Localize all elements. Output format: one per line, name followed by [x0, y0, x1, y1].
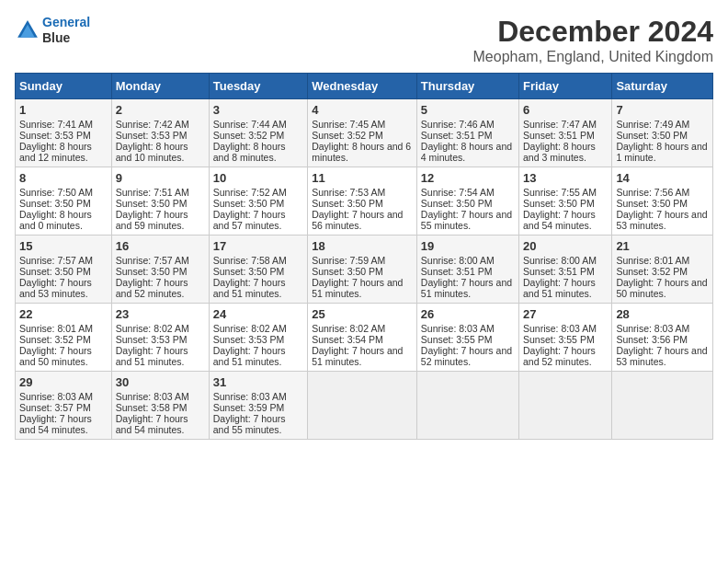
sunset-text: Sunset: 3:50 PM	[116, 198, 205, 209]
sunset-text: Sunset: 3:50 PM	[616, 130, 709, 141]
daylight-text: Daylight: 7 hours and 51 minutes.	[213, 345, 303, 367]
sunset-text: Sunset: 3:55 PM	[421, 334, 515, 345]
calendar-cell: 13Sunrise: 7:55 AMSunset: 3:50 PMDayligh…	[519, 167, 612, 236]
calendar-cell: 30Sunrise: 8:03 AMSunset: 3:58 PMDayligh…	[111, 372, 209, 440]
sunrise-text: Sunrise: 8:02 AM	[312, 323, 413, 334]
day-number: 29	[19, 375, 108, 389]
day-number: 28	[616, 307, 709, 321]
calendar-cell	[416, 372, 518, 440]
daylight-text: Daylight: 8 hours and 3 minutes.	[523, 141, 608, 163]
sunset-text: Sunset: 3:50 PM	[616, 198, 709, 209]
calendar-cell: 3Sunrise: 7:44 AMSunset: 3:52 PMDaylight…	[209, 99, 307, 167]
sunset-text: Sunset: 3:53 PM	[19, 130, 108, 141]
sunrise-text: Sunrise: 7:57 AM	[19, 255, 108, 266]
sunrise-text: Sunrise: 8:01 AM	[616, 255, 709, 266]
column-header-sunday: Sunday	[16, 74, 112, 99]
daylight-text: Daylight: 7 hours and 50 minutes.	[19, 345, 108, 367]
calendar-cell: 18Sunrise: 7:59 AMSunset: 3:50 PMDayligh…	[308, 236, 417, 304]
sunrise-text: Sunrise: 7:54 AM	[421, 187, 515, 198]
sunrise-text: Sunrise: 8:00 AM	[523, 255, 608, 266]
sunset-text: Sunset: 3:50 PM	[213, 198, 303, 209]
daylight-text: Daylight: 7 hours and 55 minutes.	[421, 209, 515, 231]
sunrise-text: Sunrise: 7:55 AM	[523, 187, 608, 198]
sunset-text: Sunset: 3:50 PM	[213, 266, 303, 277]
sunset-text: Sunset: 3:56 PM	[616, 334, 709, 345]
calendar-cell: 20Sunrise: 8:00 AMSunset: 3:51 PMDayligh…	[519, 236, 612, 304]
week-row-5: 29Sunrise: 8:03 AMSunset: 3:57 PMDayligh…	[16, 372, 713, 440]
calendar-cell: 27Sunrise: 8:03 AMSunset: 3:55 PMDayligh…	[519, 304, 612, 372]
daylight-text: Daylight: 7 hours and 51 minutes.	[213, 277, 303, 299]
sunset-text: Sunset: 3:52 PM	[213, 130, 303, 141]
page-title: December 2024	[473, 15, 714, 49]
daylight-text: Daylight: 7 hours and 51 minutes.	[312, 277, 413, 299]
day-number: 13	[523, 171, 608, 185]
day-number: 25	[312, 307, 413, 321]
column-header-tuesday: Tuesday	[209, 74, 307, 99]
day-number: 26	[421, 307, 515, 321]
sunset-text: Sunset: 3:52 PM	[312, 130, 413, 141]
sunrise-text: Sunrise: 8:03 AM	[116, 391, 205, 402]
calendar-cell: 1Sunrise: 7:41 AMSunset: 3:53 PMDaylight…	[16, 99, 112, 167]
day-number: 9	[116, 171, 205, 185]
calendar-cell: 21Sunrise: 8:01 AMSunset: 3:52 PMDayligh…	[612, 236, 713, 304]
day-number: 12	[421, 171, 515, 185]
sunset-text: Sunset: 3:53 PM	[116, 334, 205, 345]
day-number: 20	[523, 239, 608, 253]
sunrise-text: Sunrise: 7:56 AM	[616, 187, 709, 198]
sunset-text: Sunset: 3:51 PM	[421, 130, 515, 141]
calendar-cell: 17Sunrise: 7:58 AMSunset: 3:50 PMDayligh…	[209, 236, 307, 304]
column-header-saturday: Saturday	[612, 74, 713, 99]
page-header: General Blue December 2024 Meopham, Engl…	[15, 15, 713, 65]
week-row-3: 15Sunrise: 7:57 AMSunset: 3:50 PMDayligh…	[16, 236, 713, 304]
day-number: 23	[116, 307, 205, 321]
calendar-cell	[612, 372, 713, 440]
day-number: 4	[312, 103, 413, 117]
logo-text: General Blue	[42, 15, 90, 46]
daylight-text: Daylight: 7 hours and 59 minutes.	[116, 209, 205, 231]
sunrise-text: Sunrise: 8:03 AM	[213, 391, 303, 402]
sunset-text: Sunset: 3:51 PM	[523, 266, 608, 277]
daylight-text: Daylight: 8 hours and 8 minutes.	[213, 141, 303, 163]
calendar-cell	[519, 372, 612, 440]
sunrise-text: Sunrise: 8:01 AM	[19, 323, 108, 334]
sunset-text: Sunset: 3:57 PM	[19, 402, 108, 413]
calendar-table: SundayMondayTuesdayWednesdayThursdayFrid…	[15, 73, 713, 440]
daylight-text: Daylight: 7 hours and 53 minutes.	[616, 209, 709, 231]
calendar-cell: 28Sunrise: 8:03 AMSunset: 3:56 PMDayligh…	[612, 304, 713, 372]
sunset-text: Sunset: 3:50 PM	[523, 198, 608, 209]
sunrise-text: Sunrise: 8:03 AM	[421, 323, 515, 334]
sunrise-text: Sunrise: 7:58 AM	[213, 255, 303, 266]
daylight-text: Daylight: 7 hours and 54 minutes.	[116, 413, 205, 435]
daylight-text: Daylight: 7 hours and 56 minutes.	[312, 209, 413, 231]
sunrise-text: Sunrise: 8:00 AM	[421, 255, 515, 266]
day-number: 24	[213, 307, 303, 321]
day-number: 22	[19, 307, 108, 321]
calendar-cell: 4Sunrise: 7:45 AMSunset: 3:52 PMDaylight…	[308, 99, 417, 167]
column-header-thursday: Thursday	[416, 74, 518, 99]
daylight-text: Daylight: 8 hours and 0 minutes.	[19, 209, 108, 231]
sunset-text: Sunset: 3:53 PM	[116, 130, 205, 141]
sunrise-text: Sunrise: 7:57 AM	[116, 255, 205, 266]
sunset-text: Sunset: 3:51 PM	[523, 130, 608, 141]
daylight-text: Daylight: 8 hours and 12 minutes.	[19, 141, 108, 163]
day-number: 1	[19, 103, 108, 117]
daylight-text: Daylight: 7 hours and 51 minutes.	[116, 345, 205, 367]
calendar-cell: 5Sunrise: 7:46 AMSunset: 3:51 PMDaylight…	[416, 99, 518, 167]
sunset-text: Sunset: 3:59 PM	[213, 402, 303, 413]
daylight-text: Daylight: 7 hours and 50 minutes.	[616, 277, 709, 299]
sunrise-text: Sunrise: 7:52 AM	[213, 187, 303, 198]
daylight-text: Daylight: 7 hours and 51 minutes.	[523, 277, 608, 299]
calendar-cell: 2Sunrise: 7:42 AMSunset: 3:53 PMDaylight…	[111, 99, 209, 167]
sunset-text: Sunset: 3:50 PM	[116, 266, 205, 277]
title-block: December 2024 Meopham, England, United K…	[473, 15, 714, 65]
sunset-text: Sunset: 3:50 PM	[312, 266, 413, 277]
day-number: 8	[19, 171, 108, 185]
calendar-cell: 24Sunrise: 8:02 AMSunset: 3:53 PMDayligh…	[209, 304, 307, 372]
calendar-cell: 7Sunrise: 7:49 AMSunset: 3:50 PMDaylight…	[612, 99, 713, 167]
day-number: 10	[213, 171, 303, 185]
daylight-text: Daylight: 8 hours and 6 minutes.	[312, 141, 413, 163]
day-number: 18	[312, 239, 413, 253]
day-number: 15	[19, 239, 108, 253]
sunset-text: Sunset: 3:50 PM	[312, 198, 413, 209]
sunrise-text: Sunrise: 7:50 AM	[19, 187, 108, 198]
